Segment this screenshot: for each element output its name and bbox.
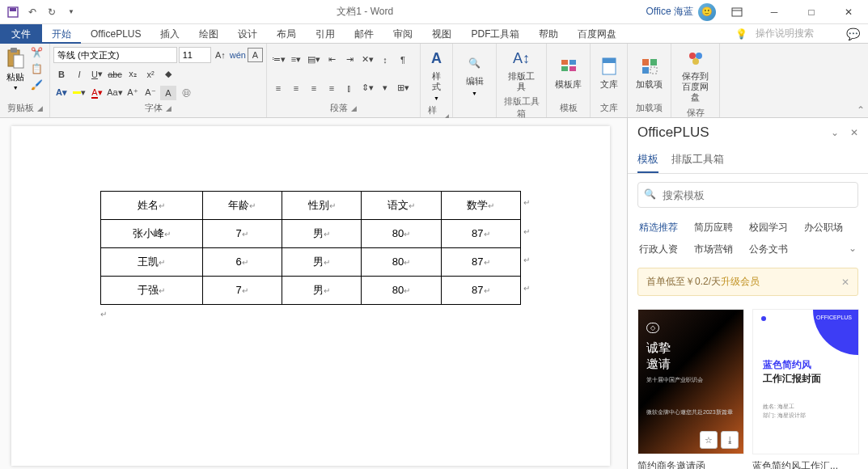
document-area[interactable]: 姓名↵ 年龄↵ 性别↵ 语文↵ 数学↵↵ 张小峰↵ 7↵ 男↵ 80↵ 87↵↵… (0, 118, 627, 469)
wenku-button[interactable]: 文库 (594, 53, 624, 93)
align-left-icon[interactable]: ≡ (270, 81, 286, 95)
distribute-icon[interactable]: ⫿ (341, 81, 358, 95)
cat-resume[interactable]: 简历应聘 (694, 221, 733, 234)
copy-icon[interactable]: 📋 (31, 63, 44, 76)
styles-button[interactable]: A 样式 ▼ (424, 45, 449, 104)
sort-icon[interactable]: ↕ (377, 53, 393, 67)
text-effects-icon[interactable]: A▾ (53, 86, 70, 100)
qat-more-icon[interactable]: ▼ (65, 6, 78, 19)
addins-button[interactable]: 加载项 (631, 53, 667, 93)
tab-draw[interactable]: 绘图 (189, 24, 228, 44)
clear-format-icon[interactable]: ◆ (160, 67, 176, 82)
line-spacing-icon[interactable]: ⇕▾ (359, 81, 375, 95)
banner-close-icon[interactable]: ✕ (841, 277, 849, 288)
save-icon[interactable] (6, 6, 19, 19)
template-search-input[interactable] (637, 182, 858, 208)
tab-pdftools[interactable]: PDF工具箱 (461, 24, 529, 44)
layout-tools-button[interactable]: A↕ 排版工具 (500, 45, 543, 95)
subscript-icon[interactable]: x₂ (125, 67, 141, 82)
ribbon-display-icon[interactable] (721, 0, 753, 24)
undo-icon[interactable]: ↶ (26, 6, 39, 19)
side-tab-templates[interactable]: 模板 (637, 147, 658, 173)
comments-icon[interactable]: 💬 (846, 27, 860, 40)
tab-home[interactable]: 开始 (42, 24, 81, 44)
tab-insert[interactable]: 插入 (150, 24, 189, 44)
justify-icon[interactable]: ≡ (324, 81, 340, 95)
grow-font2-icon[interactable]: A⁺ (125, 86, 141, 100)
para-launcher[interactable]: ◢ (351, 104, 357, 112)
bold-icon[interactable]: B (53, 67, 70, 82)
change-case-icon[interactable]: Aa▾ (107, 86, 123, 100)
highlight-icon[interactable]: ▾ (71, 86, 87, 100)
multilevel-icon[interactable]: ▤▾ (306, 53, 322, 67)
close-button[interactable]: ✕ (832, 0, 865, 24)
align-center-icon[interactable]: ≡ (288, 81, 304, 95)
dec-indent-icon[interactable]: ⇤ (324, 53, 340, 67)
cut-icon[interactable]: ✂️ (31, 47, 44, 60)
edit-button[interactable]: 🔍 编辑 ▼ (456, 50, 493, 99)
help-bulb-icon[interactable]: 💡 (735, 28, 747, 40)
numbering-icon[interactable]: ≡▾ (288, 53, 304, 67)
panel-close-icon[interactable]: ✕ (850, 127, 858, 138)
grow-font-icon[interactable]: A↑ (213, 48, 228, 62)
clipboard-launcher[interactable]: ◢ (37, 104, 43, 112)
user-avatar[interactable]: 🙂 (698, 3, 716, 21)
download-icon[interactable]: ⭳ (721, 431, 739, 449)
align-right-icon[interactable]: ≡ (306, 81, 322, 95)
tab-view[interactable]: 视图 (422, 24, 461, 44)
user-name[interactable]: Office 海蓝 (646, 5, 693, 19)
cat-official[interactable]: 公务文书 (749, 243, 788, 256)
shrink-font-icon[interactable]: A⁻ (142, 86, 159, 100)
tab-references[interactable]: 引用 (306, 24, 345, 44)
cat-recommended[interactable]: 精选推荐 (639, 221, 678, 234)
superscript-icon[interactable]: x² (142, 67, 159, 82)
strike-icon[interactable]: abc (107, 67, 123, 82)
tab-baidu[interactable]: 百度网盘 (568, 24, 626, 44)
side-tab-layout[interactable]: 排版工具箱 (671, 147, 724, 173)
tab-help[interactable]: 帮助 (529, 24, 568, 44)
save-baidu-button[interactable]: 保存到百度网盘 (675, 45, 716, 107)
tab-review[interactable]: 审阅 (383, 24, 422, 44)
inc-indent-icon[interactable]: ⇥ (341, 53, 358, 67)
tab-mailings[interactable]: 邮件 (345, 24, 383, 44)
panel-dropdown-icon[interactable]: ⌄ (831, 127, 839, 138)
template-card[interactable]: ◇ 诚挚邀请 第十届中国产业职识会 微软金牌中心邀您共赴2023新篇章 ☆ ⭳ … (637, 309, 744, 463)
cat-marketing[interactable]: 市场营销 (694, 243, 733, 256)
asian-layout-icon[interactable]: ✕▾ (359, 53, 375, 67)
font-color-icon[interactable]: A▾ (89, 86, 105, 100)
font-size-combo[interactable] (179, 47, 211, 63)
char-shading-icon[interactable]: A (160, 86, 176, 100)
data-table[interactable]: 姓名↵ 年龄↵ 性别↵ 语文↵ 数学↵↵ 张小峰↵ 7↵ 男↵ 80↵ 87↵↵… (100, 191, 521, 305)
redo-icon[interactable]: ↻ (45, 6, 58, 19)
maximize-button[interactable]: □ (795, 0, 828, 24)
show-marks-icon[interactable]: ¶ (395, 53, 411, 67)
enclose-char-icon[interactable]: ㊐ (178, 86, 194, 100)
svg-rect-14 (650, 59, 657, 65)
template-card[interactable]: OFFICEPLUS 蓝色简约风 工作汇报封面 姓名: 海星工部门: 海星设计部… (752, 309, 859, 463)
tab-design[interactable]: 设计 (228, 24, 267, 44)
shading-icon[interactable]: ▾ (377, 81, 393, 95)
template-lib-button[interactable]: 模板库 (550, 53, 586, 93)
favorite-icon[interactable]: ☆ (700, 431, 718, 449)
tell-me-search[interactable]: 操作说明搜索 (756, 27, 814, 40)
paste-button[interactable]: 粘贴 ▼ (4, 45, 27, 102)
cat-office[interactable]: 办公职场 (804, 221, 843, 234)
cat-more-icon[interactable]: ⌄ (849, 243, 857, 256)
format-painter-icon[interactable]: 🖌️ (31, 79, 44, 92)
font-launcher[interactable]: ◢ (166, 104, 171, 112)
italic-icon[interactable]: I (71, 67, 87, 82)
font-name-combo[interactable] (53, 47, 177, 63)
tab-layout[interactable]: 布局 (267, 24, 306, 44)
tab-file[interactable]: 文件 (0, 24, 42, 44)
minimize-button[interactable]: ─ (758, 0, 790, 24)
char-border-icon[interactable]: A (248, 48, 263, 62)
bullets-icon[interactable]: ≔▾ (270, 53, 286, 67)
underline-icon[interactable]: U▾ (89, 67, 105, 82)
upgrade-link[interactable]: 升级会员 (721, 275, 760, 289)
cat-campus[interactable]: 校园学习 (749, 221, 788, 234)
cat-hr[interactable]: 行政人资 (639, 243, 678, 256)
pinyin-icon[interactable]: wén (230, 48, 246, 62)
borders-icon[interactable]: ⊞▾ (395, 81, 411, 95)
collapse-ribbon-icon[interactable]: ⌃ (857, 104, 865, 116)
tab-officeplus[interactable]: OfficePLUS (81, 24, 150, 44)
